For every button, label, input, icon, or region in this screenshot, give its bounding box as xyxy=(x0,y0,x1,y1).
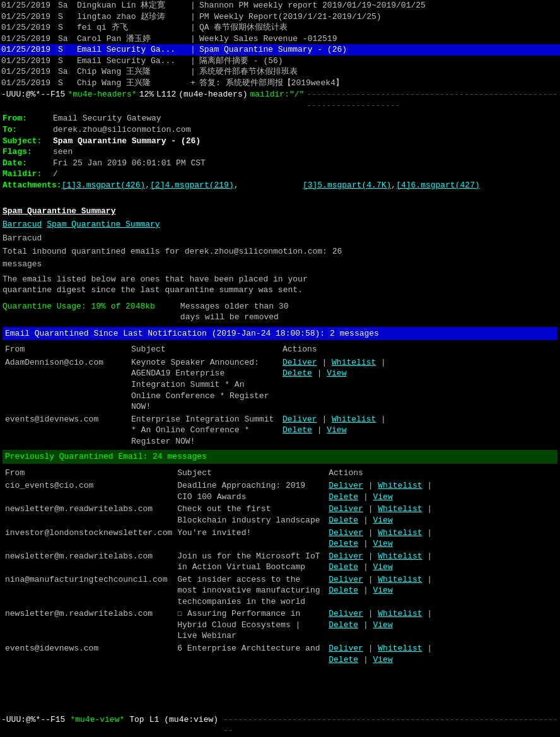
status-maildir: maildir:"/" xyxy=(250,89,304,111)
prev-email-row-3: investor@londonstocknewsletter.com You'r… xyxy=(3,527,557,550)
prev-email-3-whitelist[interactable]: Whitelist xyxy=(378,528,422,538)
flags-value: seen xyxy=(53,146,73,158)
prev-email-2-whitelist[interactable]: Whitelist xyxy=(378,504,422,514)
prev-email-row-2: newsletter@m.readwritelabs.com Check out… xyxy=(3,503,557,526)
prev-email-5-view[interactable]: View xyxy=(373,586,392,595)
barracud-text: Barracud xyxy=(3,233,42,243)
from-value: Email Security Gateway xyxy=(53,113,161,124)
prev-email-3-subject: You're invited! xyxy=(175,527,326,550)
email-row-3[interactable]: 01/25/2019 S fei qi 齐飞 | QA 春节假期休假统计表 xyxy=(0,22,560,33)
intro-3: The emails listed below are ones that ha… xyxy=(3,274,308,284)
col-from-header: From xyxy=(3,343,129,357)
email-list: 01/25/2019 Sa Dingkuan Lin 林定寛 | Shannon… xyxy=(0,0,560,88)
prev-email-7-whitelist[interactable]: Whitelist xyxy=(378,644,422,653)
prev-email-1-deliver[interactable]: Deliver xyxy=(329,481,363,490)
prev-col-from-header: From xyxy=(3,466,175,480)
attachment-3-link[interactable]: [3]5.msgpart(4.7K) xyxy=(303,180,391,202)
prev-email-1-subject: Deadline Approaching: 2019 CIO 100 Award… xyxy=(175,480,326,503)
col-subject-header: Subject xyxy=(129,343,280,357)
new-email-2-view[interactable]: View xyxy=(327,425,346,435)
days-removed: days will be removed xyxy=(180,312,289,323)
prev-email-1-view[interactable]: View xyxy=(373,492,392,502)
messages-older: Messages older than 30 xyxy=(180,301,289,312)
attachment-2-link[interactable]: [2]4.msgpart(219) xyxy=(150,180,234,202)
date-label: Date: xyxy=(3,158,53,169)
new-email-2-delete[interactable]: Delete xyxy=(283,425,312,435)
header-subject-line: Subject: Spam Quarantine Summary - (26) xyxy=(3,136,557,147)
prev-email-1-from: cio_events@cio.com xyxy=(3,480,175,503)
quarantine-usage: Quarantine Usage: 19% of 2048kb xyxy=(3,301,155,323)
prev-email-6-deliver[interactable]: Deliver xyxy=(329,609,363,618)
prev-quarantined-bar: Previously Quarantined Email: 24 message… xyxy=(3,450,557,464)
intro-1: Total inbound quarantined emails for der… xyxy=(3,247,342,256)
prev-email-1-delete[interactable]: Delete xyxy=(329,492,358,502)
flags-label: Flags: xyxy=(3,146,53,158)
prev-email-7-view[interactable]: View xyxy=(373,655,392,664)
email-row-6[interactable]: 01/25/2019 S Email Security Ga... | 隔离邮件… xyxy=(0,56,560,67)
prev-email-6-delete[interactable]: Delete xyxy=(329,620,358,630)
prev-email-7-deliver[interactable]: Deliver xyxy=(329,644,363,653)
prev-email-3-actions: Deliver | Whitelist | Delete | View xyxy=(326,527,557,550)
prev-col-actions-header: Actions xyxy=(326,466,557,480)
prev-email-4-whitelist[interactable]: Whitelist xyxy=(378,551,422,561)
email-row-4[interactable]: 01/25/2019 Sa Carol Pan 潘玉婷 | Weekly Sal… xyxy=(0,33,560,45)
to-value: derek.zhou@siliconmotion.com xyxy=(53,124,190,136)
prev-email-7-delete[interactable]: Delete xyxy=(329,655,358,664)
top-status-bar: -UUU:@%*--F15 *mu4e-headers* 12% L112 (m… xyxy=(0,88,560,112)
new-email-1-deliver[interactable]: Deliver xyxy=(283,358,317,367)
bottom-dashes: ----------------------------------------… xyxy=(223,714,559,736)
email-row-2[interactable]: 01/25/2019 S lingtao zhao 赵珍涛 | PM Weekl… xyxy=(0,11,560,23)
prev-email-4-subject: Join us for the Microsoft IoT in Action … xyxy=(175,550,326,574)
date-value: Fri 25 Jan 2019 06:01:01 PM CST xyxy=(53,158,206,169)
email-row-1[interactable]: 01/25/2019 Sa Dingkuan Lin 林定寛 | Shannon… xyxy=(0,0,560,11)
header-from-line: From: Email Security Gateway xyxy=(3,113,557,124)
attachment-1-link[interactable]: [1]3.msgpart(426) xyxy=(62,180,146,202)
prev-email-3-deliver[interactable]: Deliver xyxy=(329,528,363,538)
prev-email-5-whitelist[interactable]: Whitelist xyxy=(378,575,422,584)
attachments-label: Attachments: xyxy=(3,180,62,202)
prev-email-4-delete[interactable]: Delete xyxy=(329,562,358,572)
notification-bar: Email Quarantined Since Last Notificatio… xyxy=(3,327,557,341)
prev-email-3-view[interactable]: View xyxy=(373,539,392,548)
prev-email-row-4: newsletter@m.readwritelabs.com Join us f… xyxy=(3,550,557,574)
prev-email-6-view[interactable]: View xyxy=(373,620,392,630)
prev-email-row-7: events@idevnews.com 6 Enterprise Archite… xyxy=(3,642,557,666)
new-email-2-whitelist[interactable]: Whitelist xyxy=(332,415,376,424)
prev-email-2-view[interactable]: View xyxy=(373,516,392,525)
new-email-2-deliver[interactable]: Deliver xyxy=(283,415,317,424)
new-email-row-2: events@idevnews.com Enterprise Integrati… xyxy=(3,413,557,448)
header-date-line: Date: Fri 25 Jan 2019 06:01:01 PM CST xyxy=(3,158,557,169)
status-mode: *mu4e-headers* xyxy=(67,89,136,111)
prev-email-4-view[interactable]: View xyxy=(373,562,392,572)
prev-email-row-6: newsletter@m.readwritelabs.com ☐ Assurin… xyxy=(3,608,557,642)
new-email-1-delete[interactable]: Delete xyxy=(283,369,312,378)
prev-email-5-deliver[interactable]: Deliver xyxy=(329,575,363,584)
bottom-status-paren: (mu4e:view) xyxy=(164,714,218,736)
barracud-link-1[interactable]: Barracud xyxy=(3,220,42,229)
attachment-4-link[interactable]: [4]6.msgpart(427) xyxy=(396,180,480,202)
new-email-1-whitelist[interactable]: Whitelist xyxy=(332,358,376,367)
email-row-8[interactable]: 01/25/2019 S Chip Wang 王兴隆 + 答复: 系统硬件部周报… xyxy=(0,78,560,89)
email-row-5-selected[interactable]: 01/25/2019 S Email Security Ga... | Spam… xyxy=(0,44,560,56)
maildir-value: / xyxy=(53,168,58,180)
status-dashes: ----------------------------------------… xyxy=(306,89,559,111)
new-emails-table: From Subject Actions AdamDennison@cio.co… xyxy=(3,343,557,447)
email-row-7[interactable]: 01/25/2019 Sa Chip Wang 王兴隆 | 系统硬件部春节休假排… xyxy=(0,66,560,78)
prev-email-3-delete[interactable]: Delete xyxy=(329,539,358,548)
prev-email-2-delete[interactable]: Delete xyxy=(329,516,358,525)
new-email-1-view[interactable]: View xyxy=(327,369,346,378)
prev-email-7-from: events@idevnews.com xyxy=(3,642,175,666)
prev-emails-table: From Subject Actions cio_events@cio.com … xyxy=(3,466,557,666)
prev-email-6-actions: Deliver | Whitelist | Delete | View xyxy=(326,608,557,642)
prev-email-5-delete[interactable]: Delete xyxy=(329,586,358,595)
prev-email-4-deliver[interactable]: Deliver xyxy=(329,551,363,561)
prev-email-1-whitelist[interactable]: Whitelist xyxy=(378,481,422,490)
prev-email-2-deliver[interactable]: Deliver xyxy=(329,504,363,514)
prev-email-6-whitelist[interactable]: Whitelist xyxy=(378,609,422,618)
barracud-link-2[interactable]: Spam Quarantine Summary xyxy=(47,220,160,229)
bottom-status-bar: -UUU:@%*--F15 *mu4e-view* Top L1 (mu4e:v… xyxy=(0,714,560,737)
status-left: -UUU:@%*--F15 xyxy=(1,89,65,111)
prev-email-4-actions: Deliver | Whitelist | Delete | View xyxy=(326,550,557,574)
new-email-1-actions: Deliver | Whitelist | Delete | View xyxy=(280,357,557,413)
prev-email-3-from: investor@londonstocknewsletter.com xyxy=(3,527,175,550)
